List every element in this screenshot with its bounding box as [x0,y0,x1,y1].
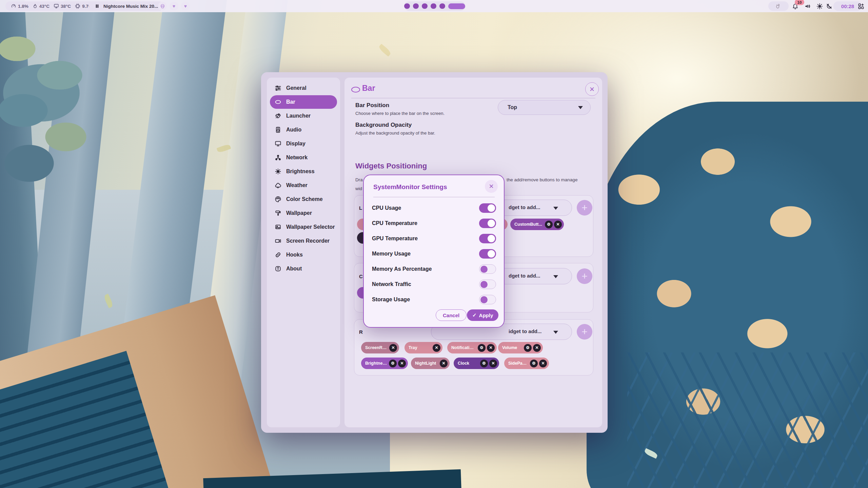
chip-remove-button[interactable]: ✕ [398,360,406,367]
add-widget-button[interactable]: + [577,200,592,216]
workspace-dot[interactable] [439,3,445,9]
chip-settings-button[interactable]: ⚙ [545,221,553,228]
workspace-dot[interactable] [404,3,410,9]
workspace-active-dot[interactable] [448,3,465,9]
link-icon [275,251,281,258]
display-icon [54,3,59,9]
sidebar-item-launcher[interactable]: Launcher [270,109,337,123]
sidebar-item-about[interactable]: About [270,262,337,276]
info-icon [275,265,281,272]
sidebar-item-wallpaper[interactable]: Wallpaper [270,206,337,220]
widget-chip-notifications[interactable]: Notification... ⚙ ✕ [447,342,497,353]
toggle-knob [480,266,488,273]
chip-settings-button[interactable]: ⚙ [389,360,397,367]
network-traffic-toggle[interactable] [479,280,496,289]
storage-usage-toggle[interactable] [479,295,496,304]
modal-close-button[interactable]: ✕ [485,180,498,193]
toggle-row-gpu-temperature: GPU Temperature [372,233,496,244]
video-camera-icon [275,238,281,244]
cpu-usage-toggle[interactable] [479,203,496,213]
chip-remove-button[interactable]: ✕ [389,344,397,352]
widget-chip-tray[interactable]: Tray ✕ [405,342,442,353]
widget-chip-nightlight[interactable]: NightLight ✕ [411,358,450,369]
workspace-dot[interactable] [431,3,436,9]
pause-icon [95,4,99,8]
sidebar-item-network[interactable]: Network [270,151,337,164]
toggle-knob [488,235,495,242]
palette-icon [275,196,281,203]
rocket-icon [275,113,281,119]
chip-remove-button[interactable]: ✕ [487,344,495,352]
workspace-dot[interactable] [413,3,419,9]
chip-remove-button[interactable]: ✕ [533,344,541,352]
modal-title: SystemMonitor Settings [373,183,447,191]
widget-chip-brightness[interactable]: Brightness ⚙ ✕ [361,358,408,369]
toggle-row-cpu-usage: CPU Usage [372,203,496,213]
tray-item[interactable] [768,1,789,11]
chip-remove-button[interactable]: ✕ [554,221,562,228]
close-icon: ✕ [489,183,494,190]
sidebar-item-general[interactable]: General [270,81,337,95]
speaker-icon [275,126,281,133]
chip-settings-button[interactable]: ⚙ [524,344,532,352]
cpu-usage-stat: 1.8% [11,3,28,9]
widgets-desc-fragment: Dra [355,177,363,182]
chip-remove-button[interactable]: ✕ [433,344,440,352]
cpu-temperature-toggle[interactable] [479,219,496,228]
cancel-button[interactable]: Cancel [436,309,467,321]
sidebar-item-brightness[interactable]: Brightness [270,165,337,178]
sidebar-item-label: Wallpaper Selector [286,224,335,230]
chip-settings-button[interactable]: ⚙ [530,360,538,367]
widget-chip-sidepanel[interactable]: SidePanelT... ⚙ ✕ [504,358,549,369]
sidebar-item-audio[interactable]: Audio [270,123,337,137]
chip-settings-button[interactable]: ⚙ [478,344,486,352]
widget-chip-screenrecorder[interactable]: ScreenReco... ✕ [361,342,399,353]
sidebar-item-hooks[interactable]: Hooks [270,248,337,262]
workspaces-indicator[interactable] [404,1,465,11]
widget-chip-clock[interactable]: Clock ⚙ ✕ [454,358,499,369]
skull-icon [160,4,165,9]
sidebar-item-display[interactable]: Display [270,137,337,150]
chip-remove-button[interactable]: ✕ [440,360,448,367]
sidebar-item-weather[interactable]: Weather [270,179,337,192]
window-close-button[interactable]: ✕ [585,82,599,96]
bar-position-select[interactable]: Top [498,100,591,115]
memory-as-percentage-toggle[interactable] [479,264,496,274]
close-icon: ✕ [541,361,545,366]
close-icon: ✕ [442,361,445,366]
brightness-button[interactable] [814,1,825,11]
chip-settings-button[interactable]: ⚙ [480,360,488,367]
section-label: R [359,329,363,335]
heart-button-2[interactable]: ♥ [181,2,190,11]
system-stats-pill[interactable]: 1.8% 43°C 38°C 9.7G [5,1,97,11]
toggle-row-memory-usage: Memory Usage [372,249,496,259]
sidebar-item-wallpaper-selector[interactable]: Wallpaper Selector [270,220,337,234]
memory-usage-toggle[interactable] [479,249,496,259]
skull-button[interactable] [158,2,167,11]
heart-button[interactable]: ♥ [170,2,178,11]
gpu-temp-value: 38°C [61,4,71,9]
cpu-usage-value: 1.8% [18,4,28,9]
chip-remove-button[interactable]: ✕ [539,360,547,367]
add-widget-button[interactable]: + [577,268,592,284]
gpu-temperature-toggle[interactable] [479,234,496,243]
media-player-pill[interactable]: Nightcore Music Mix 20... [89,1,164,11]
apply-button[interactable]: ✓ Apply [467,309,498,321]
notifications-button[interactable]: 10 [790,1,800,11]
sidebar-item-color-scheme[interactable]: Color Scheme [270,192,337,206]
widget-chip-custombutton[interactable]: CustomButt... ⚙ ✕ [510,219,564,230]
heart-icon: ♥ [173,3,175,9]
settings-sidebar: General Bar Launcher Audio Display Netwo… [267,78,340,427]
workspace-dot[interactable] [422,3,428,9]
volume-button[interactable] [802,1,812,11]
add-widget-button[interactable]: + [577,324,592,340]
chip-remove-button[interactable]: ✕ [489,360,497,367]
sun-icon [275,168,281,175]
chevron-down-icon [578,106,583,109]
sidebar-item-bar[interactable]: Bar [270,95,337,109]
sidebar-item-screen-recorder[interactable]: Screen Recorder [270,234,337,248]
nightlight-button[interactable] [824,1,834,11]
gear-icon: ⚙ [391,361,395,366]
overview-button[interactable] [856,1,866,11]
widget-chip-volume[interactable]: Volume ⚙ ✕ [498,342,543,353]
